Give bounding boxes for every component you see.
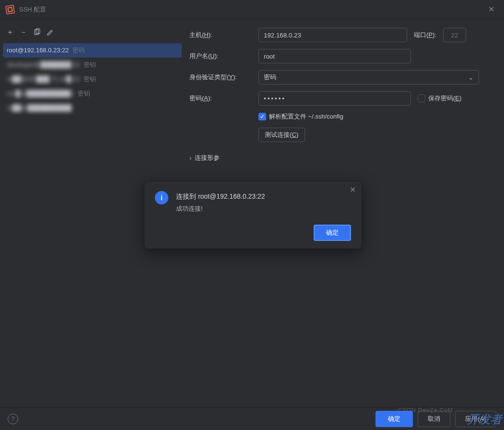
list-item-hint: 密钥 — [83, 61, 96, 68]
edit-icon[interactable] — [45, 27, 56, 37]
copy-icon[interactable] — [32, 27, 42, 37]
list-item-label: developer@███████:22 — [7, 61, 80, 68]
ssh-config-item[interactable]: roo█@██████████2 密钥 — [3, 86, 182, 101]
add-icon[interactable]: ＋ — [5, 27, 15, 37]
test-connection-button[interactable]: 测试连接(C) — [258, 128, 305, 142]
apply-button[interactable]: 应用(A) — [455, 411, 496, 427]
help-icon[interactable]: ? — [8, 414, 18, 424]
dialog-title: 连接到 root@192.168.0.23:22 — [176, 191, 265, 202]
username-label: 用户名(U): — [189, 52, 252, 60]
dialog-ok-button[interactable]: 确定 — [314, 225, 351, 241]
host-input[interactable] — [258, 28, 407, 42]
username-input[interactable] — [258, 49, 411, 63]
remove-icon[interactable]: － — [18, 27, 29, 37]
list-item-label: root@192.168.0.23:22 — [7, 47, 69, 54]
close-icon[interactable]: ✕ — [484, 3, 498, 16]
save-password-checkbox[interactable]: 保存密码(E) — [418, 94, 461, 103]
ok-button[interactable]: 确定 — [375, 411, 413, 427]
ssh-config-item[interactable]: root@192.168.0.23:22 密码 — [3, 43, 182, 58]
checkbox-icon — [418, 95, 425, 102]
password-label: 密码(A): — [189, 94, 252, 103]
info-icon: i — [155, 191, 168, 204]
host-label: 主机(H): — [189, 31, 252, 39]
list-item-label: ro██@██████████ — [7, 104, 71, 111]
list-item-label: roo█@██████████2 — [7, 90, 74, 97]
titlebar: SSH 配置 ✕ — [0, 0, 504, 19]
port-input[interactable] — [443, 28, 466, 42]
close-icon[interactable]: ✕ — [350, 185, 356, 194]
ssh-config-item[interactable]: developer@███████:22 密钥 — [3, 58, 182, 72]
parse-config-checkbox[interactable]: ✓ 解析配置文件 ~/.ssh/config — [258, 112, 343, 121]
auth-type-select[interactable]: 密码 ⌄ — [258, 70, 479, 84]
list-item-hint: 密码 — [72, 47, 85, 54]
connection-result-dialog: ✕ i 连接到 root@192.168.0.23:22 成功连接! 确定 — [144, 181, 362, 249]
window-title: SSH 配置 — [19, 5, 46, 14]
port-label: 端口(P): — [414, 31, 436, 39]
sidebar-toolbar: ＋ － — [3, 24, 182, 43]
ssh-config-item[interactable]: ro██@39.███.71.18█:22 密钥 — [3, 72, 182, 86]
password-input[interactable] — [258, 91, 411, 106]
dialog-message: 成功连接! — [176, 204, 265, 213]
chevron-right-icon: › — [189, 154, 192, 162]
parse-config-label: 解析配置文件 ~/.ssh/config — [269, 112, 343, 121]
list-item-hint: 密钥 — [83, 75, 96, 83]
checkbox-checked-icon: ✓ — [258, 113, 266, 120]
list-item-hint: 密钥 — [78, 90, 90, 97]
list-item-label: ro██@39.███.71.18█:22 — [7, 75, 80, 83]
cancel-button[interactable]: 取消 — [418, 411, 450, 427]
expander-label: 连接形参 — [195, 154, 220, 162]
auth-type-label: 身份验证类型(Y): — [189, 73, 252, 82]
dialog-footer: ? 确定 取消 应用(A) — [0, 407, 504, 430]
connection-params-expander[interactable]: › 连接形参 — [189, 154, 494, 162]
app-icon — [5, 4, 15, 14]
auth-type-value: 密码 — [264, 73, 276, 82]
save-password-label: 保存密码(E) — [428, 94, 461, 103]
ssh-config-item[interactable]: ro██@██████████ — [3, 101, 182, 115]
chevron-down-icon: ⌄ — [468, 73, 474, 81]
